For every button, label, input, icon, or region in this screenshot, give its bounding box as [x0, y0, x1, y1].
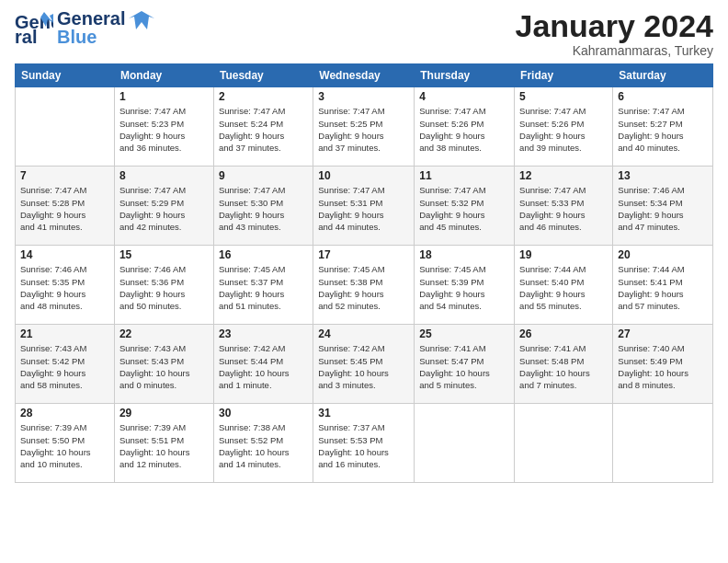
- day-info: Sunrise: 7:47 AM Sunset: 5:33 PM Dayligh…: [519, 184, 608, 233]
- col-tuesday: Tuesday: [213, 64, 313, 87]
- day-info: Sunrise: 7:38 AM Sunset: 5:52 PM Dayligh…: [219, 421, 308, 470]
- table-row: 2Sunrise: 7:47 AM Sunset: 5:24 PM Daylig…: [213, 87, 313, 167]
- day-number: 11: [419, 169, 509, 182]
- col-monday: Monday: [114, 64, 213, 87]
- day-info: Sunrise: 7:40 AM Sunset: 5:49 PM Dayligh…: [618, 342, 708, 391]
- day-info: Sunrise: 7:44 AM Sunset: 5:41 PM Dayligh…: [618, 263, 708, 312]
- calendar-week-row: 28Sunrise: 7:39 AM Sunset: 5:50 PM Dayli…: [16, 404, 713, 483]
- table-row: 18Sunrise: 7:45 AM Sunset: 5:39 PM Dayli…: [415, 246, 515, 325]
- table-row: 7Sunrise: 7:47 AM Sunset: 5:28 PM Daylig…: [16, 167, 115, 246]
- day-info: Sunrise: 7:39 AM Sunset: 5:51 PM Dayligh…: [119, 421, 209, 470]
- day-info: Sunrise: 7:47 AM Sunset: 5:24 PM Dayligh…: [219, 105, 308, 154]
- col-friday: Friday: [515, 64, 613, 87]
- table-row: [16, 87, 115, 167]
- day-number: 16: [219, 248, 308, 261]
- day-info: Sunrise: 7:47 AM Sunset: 5:25 PM Dayligh…: [318, 105, 409, 154]
- day-number: 18: [419, 248, 509, 261]
- day-number: 7: [20, 169, 109, 182]
- day-number: 29: [119, 407, 209, 419]
- table-row: 28Sunrise: 7:39 AM Sunset: 5:50 PM Dayli…: [16, 404, 115, 483]
- calendar-location: Kahramanmaras, Turkey: [516, 43, 714, 58]
- day-number: 27: [618, 327, 708, 340]
- day-info: Sunrise: 7:47 AM Sunset: 5:29 PM Dayligh…: [119, 184, 209, 233]
- table-row: 6Sunrise: 7:47 AM Sunset: 5:27 PM Daylig…: [613, 87, 713, 167]
- day-info: Sunrise: 7:47 AM Sunset: 5:26 PM Dayligh…: [419, 105, 509, 154]
- table-row: 17Sunrise: 7:45 AM Sunset: 5:38 PM Dayli…: [313, 246, 415, 325]
- table-row: 11Sunrise: 7:47 AM Sunset: 5:32 PM Dayli…: [415, 167, 515, 246]
- day-number: 2: [219, 90, 308, 103]
- table-row: 15Sunrise: 7:46 AM Sunset: 5:36 PM Dayli…: [114, 246, 213, 325]
- day-number: 1: [119, 90, 209, 103]
- day-number: 19: [519, 248, 608, 261]
- day-info: Sunrise: 7:44 AM Sunset: 5:40 PM Dayligh…: [519, 263, 608, 312]
- day-number: 22: [119, 327, 209, 340]
- svg-text:ral: ral: [15, 27, 37, 45]
- day-number: 20: [618, 248, 708, 261]
- day-number: 9: [219, 169, 308, 182]
- table-row: 19Sunrise: 7:44 AM Sunset: 5:40 PM Dayli…: [515, 246, 613, 325]
- calendar-week-row: 21Sunrise: 7:43 AM Sunset: 5:42 PM Dayli…: [16, 325, 713, 404]
- table-row: 23Sunrise: 7:42 AM Sunset: 5:44 PM Dayli…: [213, 325, 313, 404]
- table-row: 29Sunrise: 7:39 AM Sunset: 5:51 PM Dayli…: [114, 404, 213, 483]
- day-number: 21: [20, 327, 109, 340]
- day-info: Sunrise: 7:47 AM Sunset: 5:31 PM Dayligh…: [318, 184, 409, 233]
- day-info: Sunrise: 7:47 AM Sunset: 5:27 PM Dayligh…: [618, 105, 708, 154]
- day-info: Sunrise: 7:41 AM Sunset: 5:47 PM Dayligh…: [419, 342, 509, 391]
- calendar-table: Sunday Monday Tuesday Wednesday Thursday…: [15, 63, 713, 483]
- page: Gene ral General Blue Januar: [0, 0, 728, 563]
- day-info: Sunrise: 7:43 AM Sunset: 5:43 PM Dayligh…: [119, 342, 209, 391]
- day-number: 30: [219, 407, 308, 419]
- table-row: 21Sunrise: 7:43 AM Sunset: 5:42 PM Dayli…: [16, 325, 115, 404]
- table-row: 5Sunrise: 7:47 AM Sunset: 5:26 PM Daylig…: [515, 87, 613, 167]
- table-row: 13Sunrise: 7:46 AM Sunset: 5:34 PM Dayli…: [613, 167, 713, 246]
- col-wednesday: Wednesday: [313, 64, 415, 87]
- day-info: Sunrise: 7:42 AM Sunset: 5:44 PM Dayligh…: [219, 342, 308, 391]
- day-number: 23: [219, 327, 308, 340]
- col-sunday: Sunday: [16, 64, 115, 87]
- table-row: 30Sunrise: 7:38 AM Sunset: 5:52 PM Dayli…: [213, 404, 313, 483]
- table-row: 3Sunrise: 7:47 AM Sunset: 5:25 PM Daylig…: [313, 87, 415, 167]
- day-number: 13: [618, 169, 708, 182]
- day-number: 28: [20, 407, 109, 419]
- table-row: 12Sunrise: 7:47 AM Sunset: 5:33 PM Dayli…: [515, 167, 613, 246]
- table-row: 24Sunrise: 7:42 AM Sunset: 5:45 PM Dayli…: [313, 325, 415, 404]
- day-number: 5: [519, 90, 608, 103]
- col-thursday: Thursday: [415, 64, 515, 87]
- day-info: Sunrise: 7:45 AM Sunset: 5:38 PM Dayligh…: [318, 263, 409, 312]
- day-number: 24: [318, 327, 409, 340]
- day-info: Sunrise: 7:42 AM Sunset: 5:45 PM Dayligh…: [318, 342, 409, 391]
- table-row: 26Sunrise: 7:41 AM Sunset: 5:48 PM Dayli…: [515, 325, 613, 404]
- table-row: [515, 404, 613, 483]
- logo: Gene ral General Blue: [15, 9, 154, 46]
- table-row: 20Sunrise: 7:44 AM Sunset: 5:41 PM Dayli…: [613, 246, 713, 325]
- day-number: 10: [318, 169, 409, 182]
- calendar-title: January 2024: [516, 9, 714, 43]
- table-row: [415, 404, 515, 483]
- col-saturday: Saturday: [613, 64, 713, 87]
- day-info: Sunrise: 7:47 AM Sunset: 5:26 PM Dayligh…: [519, 105, 608, 154]
- table-row: 27Sunrise: 7:40 AM Sunset: 5:49 PM Dayli…: [613, 325, 713, 404]
- day-info: Sunrise: 7:47 AM Sunset: 5:28 PM Dayligh…: [20, 184, 109, 233]
- day-number: 15: [119, 248, 209, 261]
- calendar-week-row: 1Sunrise: 7:47 AM Sunset: 5:23 PM Daylig…: [16, 87, 713, 167]
- day-info: Sunrise: 7:39 AM Sunset: 5:50 PM Dayligh…: [20, 421, 109, 470]
- day-info: Sunrise: 7:45 AM Sunset: 5:39 PM Dayligh…: [419, 263, 509, 312]
- day-number: 8: [119, 169, 209, 182]
- table-row: 1Sunrise: 7:47 AM Sunset: 5:23 PM Daylig…: [114, 87, 213, 167]
- calendar-week-row: 14Sunrise: 7:46 AM Sunset: 5:35 PM Dayli…: [16, 246, 713, 325]
- day-info: Sunrise: 7:37 AM Sunset: 5:53 PM Dayligh…: [318, 421, 409, 470]
- calendar-week-row: 7Sunrise: 7:47 AM Sunset: 5:28 PM Daylig…: [16, 167, 713, 246]
- table-row: 25Sunrise: 7:41 AM Sunset: 5:47 PM Dayli…: [415, 325, 515, 404]
- day-number: 26: [519, 327, 608, 340]
- title-block: January 2024 Kahramanmaras, Turkey: [516, 9, 714, 58]
- day-number: 6: [618, 90, 708, 103]
- day-info: Sunrise: 7:46 AM Sunset: 5:36 PM Dayligh…: [119, 263, 209, 312]
- day-info: Sunrise: 7:43 AM Sunset: 5:42 PM Dayligh…: [20, 342, 109, 391]
- day-info: Sunrise: 7:46 AM Sunset: 5:35 PM Dayligh…: [20, 263, 109, 312]
- table-row: 8Sunrise: 7:47 AM Sunset: 5:29 PM Daylig…: [114, 167, 213, 246]
- day-number: 25: [419, 327, 509, 340]
- table-row: 22Sunrise: 7:43 AM Sunset: 5:43 PM Dayli…: [114, 325, 213, 404]
- table-row: [613, 404, 713, 483]
- table-row: 31Sunrise: 7:37 AM Sunset: 5:53 PM Dayli…: [313, 404, 415, 483]
- weekday-header-row: Sunday Monday Tuesday Wednesday Thursday…: [16, 64, 713, 87]
